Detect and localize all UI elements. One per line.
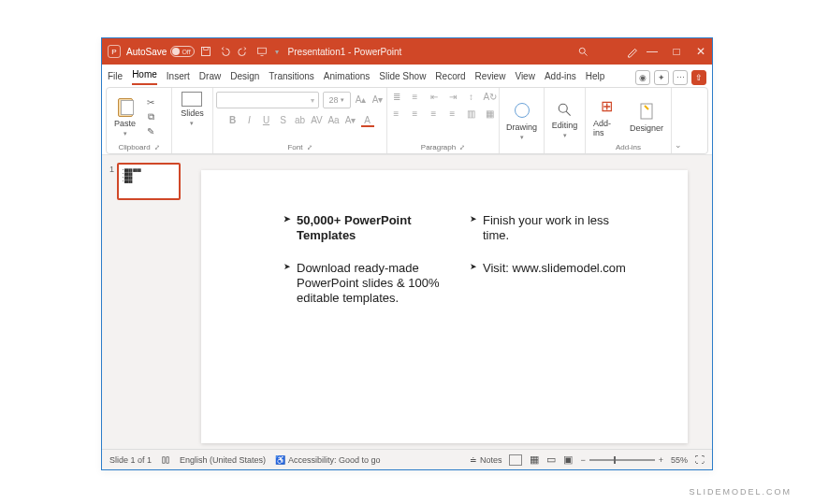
tab-record[interactable]: Record xyxy=(435,68,465,85)
zoom-level[interactable]: 55% xyxy=(671,455,688,465)
indent-inc-icon[interactable]: ⇥ xyxy=(446,92,459,103)
tab-home[interactable]: Home xyxy=(132,66,157,85)
slides-button[interactable]: Slides ▾ xyxy=(179,92,206,127)
minimize-button[interactable]: — xyxy=(647,46,658,57)
maximize-button[interactable]: □ xyxy=(671,46,682,57)
paste-button[interactable]: Paste ▾ xyxy=(112,96,138,137)
svg-rect-5 xyxy=(641,104,652,119)
font-name-combo[interactable]: ▾ xyxy=(216,92,319,108)
bullet-item[interactable]: Visit: www.slidemodel.com xyxy=(470,261,632,276)
search-icon[interactable] xyxy=(577,46,589,57)
drawing-button[interactable]: Drawing ▾ xyxy=(504,100,539,141)
camera-button[interactable]: ◉ xyxy=(635,70,650,85)
spacing-icon[interactable]: AV xyxy=(311,114,324,127)
underline-button[interactable]: U xyxy=(260,114,273,127)
zoom-slider[interactable]: − + xyxy=(580,455,663,465)
collapse-ribbon-icon[interactable]: ⌄ xyxy=(675,140,682,150)
highlight-icon[interactable]: A▾ xyxy=(344,114,357,127)
sorter-view-icon[interactable]: ▦ xyxy=(530,454,539,466)
dialog-launcher-icon[interactable]: ⤢ xyxy=(154,144,160,151)
tab-help[interactable]: Help xyxy=(586,68,605,85)
chevron-down-icon: ▾ xyxy=(563,132,567,139)
editing-button[interactable]: Editing ▾ xyxy=(550,102,580,139)
fit-window-icon[interactable]: ⛶ xyxy=(695,454,705,465)
accessibility-status[interactable]: ♿Accessibility: Good to go xyxy=(275,455,381,465)
copilot-button[interactable]: ✦ xyxy=(654,70,669,85)
zoom-out-icon[interactable]: − xyxy=(580,455,585,465)
shrink-font-icon[interactable]: A▾ xyxy=(371,94,385,107)
ribbon: Paste ▾ ✂ ⧉ ✎ Clipboard⤢ Slides ▾ xyxy=(106,87,708,154)
font-color-icon[interactable]: A xyxy=(361,114,374,127)
slideshow-view-icon[interactable]: ▣ xyxy=(563,454,573,466)
align-center-icon[interactable]: ≡ xyxy=(409,108,422,120)
tab-slideshow[interactable]: Slide Show xyxy=(379,68,426,85)
tab-addins[interactable]: Add-ins xyxy=(545,68,576,85)
zoom-in-icon[interactable]: + xyxy=(659,455,663,465)
copy-icon[interactable]: ⧉ xyxy=(145,111,156,122)
tab-draw[interactable]: Draw xyxy=(199,68,221,85)
tab-design[interactable]: Design xyxy=(230,68,259,85)
language-status[interactable]: English (United States) xyxy=(180,455,266,465)
line-spacing-icon[interactable]: ↕ xyxy=(465,92,478,103)
strike-button[interactable]: S xyxy=(277,114,290,127)
align-left-icon[interactable]: ≡ xyxy=(390,108,403,120)
normal-view-icon[interactable] xyxy=(509,454,522,466)
format-painter-icon[interactable]: ✎ xyxy=(145,126,156,137)
tab-animations[interactable]: Animations xyxy=(324,68,370,85)
slide-thumbnail-1[interactable]: 1 • ████ ████• ████• ████• ████ xyxy=(117,163,181,200)
redo-icon[interactable] xyxy=(238,46,249,57)
qat-dropdown-icon[interactable]: ▾ xyxy=(275,48,279,56)
clipboard-icon xyxy=(117,96,134,117)
smartart-icon[interactable]: ▦ xyxy=(484,108,497,120)
undo-icon[interactable] xyxy=(219,46,230,57)
slide-counter[interactable]: Slide 1 of 1 xyxy=(109,455,152,465)
save-icon[interactable] xyxy=(200,46,211,57)
cut-icon[interactable]: ✂ xyxy=(145,97,156,108)
tab-file[interactable]: File xyxy=(108,68,123,85)
watermark: SLIDEMODEL.COM xyxy=(689,487,792,497)
case-icon[interactable]: Aa xyxy=(327,114,341,127)
grow-font-icon[interactable]: A▴ xyxy=(355,94,368,107)
present-icon[interactable] xyxy=(256,46,268,57)
zoom-track[interactable] xyxy=(589,459,655,461)
tab-transitions[interactable]: Transitions xyxy=(269,68,314,85)
slide-canvas[interactable]: 50,000+ PowerPoint Templates Download re… xyxy=(201,170,688,443)
bold-button[interactable]: B xyxy=(226,114,240,127)
dialog-launcher-icon[interactable]: ⤢ xyxy=(307,144,313,151)
bullet-item[interactable]: 50,000+ PowerPoint Templates xyxy=(283,213,445,244)
font-size-combo[interactable]: 28▾ xyxy=(323,92,351,108)
bullets-icon[interactable]: ≣ xyxy=(390,92,403,103)
indent-dec-icon[interactable]: ⇤ xyxy=(428,92,441,103)
dialog-launcher-icon[interactable]: ⤢ xyxy=(459,144,465,151)
tab-review[interactable]: Review xyxy=(475,68,506,85)
justify-icon[interactable]: ≡ xyxy=(446,108,459,120)
svg-rect-0 xyxy=(201,48,210,56)
group-drawing: Drawing ▾ xyxy=(500,88,545,153)
document-title: Presentation1 - PowerPoint xyxy=(288,47,402,57)
bullet-item[interactable]: Finish your work in less time. xyxy=(470,213,632,244)
close-button[interactable]: ✕ xyxy=(695,46,706,57)
align-right-icon[interactable]: ≡ xyxy=(428,108,441,120)
text-direction-icon[interactable]: A↻ xyxy=(484,92,497,103)
tab-view[interactable]: View xyxy=(515,68,535,85)
italic-button[interactable]: I xyxy=(243,114,256,127)
notes-button[interactable]: ≐ Notes xyxy=(470,455,501,465)
comments-button[interactable]: ⋯ xyxy=(673,70,688,85)
thumbnail-pane[interactable]: 1 • ████ ████• ████• ████• ████ xyxy=(102,155,184,449)
columns-icon[interactable]: ▥ xyxy=(465,108,478,120)
share-button[interactable]: ⇧ xyxy=(691,70,706,85)
shadow-button[interactable]: ab xyxy=(294,114,307,127)
book-icon[interactable] xyxy=(161,455,170,465)
content-column-2: Finish your work in less time. Visit: ww… xyxy=(470,213,632,425)
designer-button[interactable]: Designer xyxy=(628,101,665,133)
reading-view-icon[interactable]: ▭ xyxy=(546,454,556,466)
autosave-toggle[interactable]: AutoSave Off xyxy=(126,46,191,57)
addins-button[interactable]: ⊞ Add-ins xyxy=(591,96,622,137)
thumbnail-number: 1 xyxy=(109,165,114,174)
search-icon xyxy=(557,102,574,119)
numbering-icon[interactable]: ≡ xyxy=(409,92,422,103)
bullet-item[interactable]: Download ready-made PowerPoint slides & … xyxy=(283,261,445,307)
tab-insert[interactable]: Insert xyxy=(167,68,190,85)
pen-icon[interactable] xyxy=(626,45,639,58)
slide-editor[interactable]: 50,000+ PowerPoint Templates Download re… xyxy=(184,155,712,449)
